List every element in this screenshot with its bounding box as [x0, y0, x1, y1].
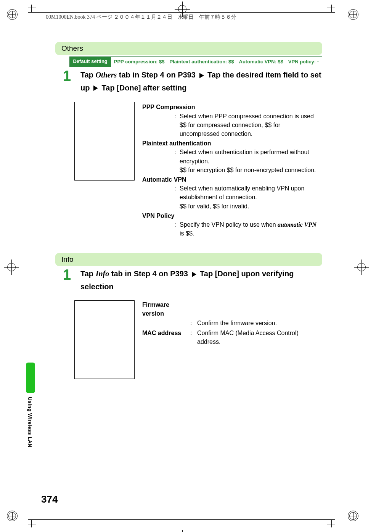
screenshot-placeholder: [74, 300, 135, 379]
field-body: is $$.: [180, 229, 316, 238]
field-body: Specify the VPN policy to use when autom…: [180, 220, 316, 229]
field-body: uncompressed connection.: [180, 129, 316, 138]
section-heading-info: Info: [55, 253, 322, 266]
step-number: 1: [63, 69, 80, 94]
default-setting-banner: Default setting PPP compression: $$ Plai…: [69, 56, 322, 67]
field-body-emph: automatic VPN: [278, 221, 316, 228]
field-body: Select when PPP compressed connection is…: [180, 112, 316, 121]
field-body: Confirm the firmware version.: [197, 319, 322, 327]
field-body-text: Specify the VPN policy to use when: [180, 221, 278, 228]
field-title: VPN Policy: [142, 211, 316, 220]
field-body: encryption.: [180, 157, 316, 166]
svg-marker-2: [192, 272, 196, 277]
step-text-part: Tap: [80, 269, 96, 278]
svg-marker-0: [199, 73, 204, 78]
step-text-italic: Info: [96, 269, 109, 278]
field-title: Plaintext authentication: [142, 139, 316, 148]
step-text-part: tab in Step 4 on P393: [109, 269, 190, 278]
field-body: establishment of connection.: [180, 193, 316, 202]
page-number: 374: [41, 493, 58, 505]
step-text-part: Tap [Done] after setting: [100, 84, 187, 92]
triangle-icon: [192, 268, 196, 281]
field-title: Automatic VPN: [142, 175, 316, 184]
frame-metadata: 00M1000EN.book 374 ページ ２００４年１１月２４日 水曜日 午…: [46, 14, 236, 21]
triangle-icon: [93, 82, 98, 94]
section-side-tab: [26, 363, 35, 393]
default-setting-label: Default setting: [70, 57, 111, 67]
triangle-icon: [199, 69, 204, 82]
step-instruction: 1 Tap Others tab in Step 4 on P393 Tap t…: [63, 69, 322, 94]
step-text: Tap Others tab in Step 4 on P393 Tap the…: [80, 69, 322, 94]
step-text: Tap Info tab in Step 4 on P393 Tap [Done…: [80, 268, 322, 293]
field-body: Select when automatically enabling VPN u…: [180, 184, 316, 193]
crop-line: [38, 12, 326, 13]
field-descriptions: Firmware version : Confirm the firmware …: [142, 300, 322, 379]
step-text-part: Tap: [80, 71, 96, 79]
field-title: PPP Compression: [142, 103, 316, 111]
registration-mark-icon: [7, 511, 18, 521]
field-title: MAC address: [142, 329, 190, 346]
registration-mark-icon: [348, 511, 358, 521]
crop-mark-icon: [312, 5, 335, 27]
section-heading-others: Others: [55, 42, 322, 55]
field-body: $$ for encryption $$ for non-encrypted c…: [180, 166, 316, 174]
field-body: $$ for compressed connection, $$ for: [180, 121, 316, 129]
field-title: Firmware version: [142, 300, 190, 318]
field-body: Confirm MAC (Media Access Control) addre…: [197, 329, 322, 346]
screenshot-placeholder: [74, 102, 135, 181]
registration-mark-icon: [348, 9, 358, 20]
step-number: 1: [63, 268, 80, 293]
field-descriptions: PPP Compression Select when PPP compress…: [142, 102, 316, 238]
crop-line: [38, 519, 326, 520]
step-text-part: tab in Step 4 on P393: [117, 71, 198, 79]
svg-marker-1: [93, 85, 98, 91]
crop-mark-icon: [312, 505, 335, 527]
crop-mark-icon: [28, 505, 51, 527]
registration-mark-icon: [7, 9, 18, 20]
side-chapter-label: Using Wireless LAN: [27, 397, 33, 447]
step-instruction: 1 Tap Info tab in Step 4 on P393 Tap [Do…: [63, 268, 322, 293]
default-setting-value: PPP compression: $$ Plaintext authentica…: [111, 57, 322, 67]
field-body: Select when authentication is performed …: [180, 148, 316, 156]
field-body: $$ for valid, $$ for invalid.: [180, 202, 316, 211]
step-text-italic: Others: [96, 71, 117, 79]
